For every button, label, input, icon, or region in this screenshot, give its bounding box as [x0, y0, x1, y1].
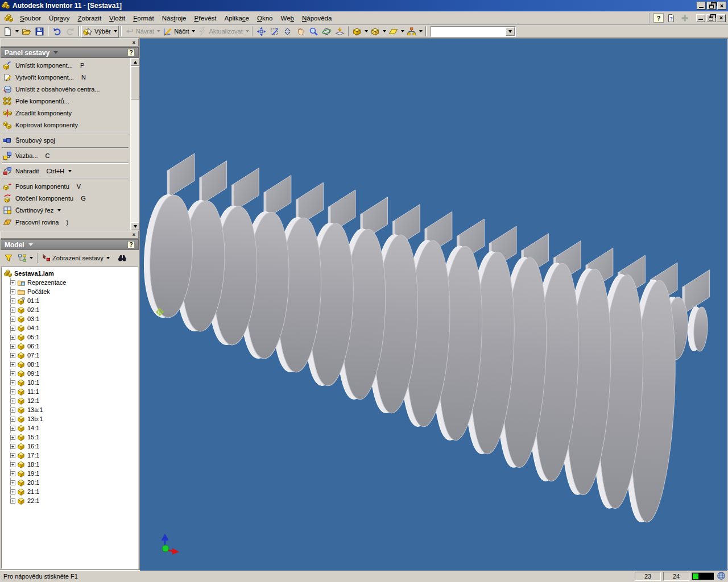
pan-button[interactable] [294, 26, 307, 38]
tree-item-121[interactable]: 12:1 [4, 396, 138, 405]
panel-command-work-plane[interactable]: Pracovní rovina) [1, 216, 130, 228]
new-document-button[interactable] [2, 26, 20, 38]
tree-item-061[interactable]: 06:1 [4, 342, 138, 351]
model-panel-close-icon[interactable]: × [131, 232, 137, 238]
model-panel-grab-bar[interactable]: × [1, 231, 139, 239]
open-folder-button[interactable] [20, 26, 33, 38]
tree-item-031[interactable]: 03:1 [4, 314, 138, 323]
expand-icon[interactable] [10, 462, 15, 467]
toolbar-combobox[interactable] [431, 26, 516, 37]
tree-item-211[interactable]: 21:1 [4, 487, 138, 496]
child-restore-button[interactable] [706, 14, 715, 22]
panel-command-mirror-components[interactable]: Zrcadlit komponenty [1, 107, 130, 119]
scroll-up-icon[interactable] [131, 58, 139, 66]
expand-icon[interactable] [10, 307, 15, 313]
panel-command-component-pattern[interactable]: Pole komponentů... [1, 95, 130, 107]
camera-view-button[interactable] [387, 26, 406, 38]
panel-command-rotate-component[interactable]: Otočení komponentuG [1, 192, 130, 204]
chevron-down-icon[interactable] [365, 30, 368, 32]
panel-command-content-center[interactable]: Umístit z obsahového centra... [1, 83, 130, 95]
tree-item-Potek[interactable]: Počátek [4, 287, 138, 296]
tree-item-051[interactable]: 05:1 [4, 332, 138, 342]
menu-item-prevest[interactable]: Převést [191, 13, 221, 23]
combobox-field[interactable] [431, 27, 505, 36]
tree-item-Reprezentace[interactable]: Reprezentace [4, 278, 138, 287]
graphics-viewport[interactable] [140, 38, 728, 570]
browser-mode-button[interactable] [16, 252, 34, 264]
expand-icon[interactable] [10, 362, 15, 367]
expand-icon[interactable] [10, 435, 15, 440]
scene-canvas[interactable] [140, 39, 727, 571]
zoom-all-button[interactable] [255, 26, 268, 38]
menu-item-aplikace[interactable]: Aplikace [221, 13, 253, 23]
menu-item-okno[interactable]: Okno [253, 13, 277, 23]
assembly-view-button[interactable]: Zobrazení sestavy [41, 252, 111, 264]
zoom-button[interactable] [281, 26, 294, 38]
expand-icon[interactable] [10, 380, 15, 385]
menu-item-zobrazit[interactable]: Zobrazit [74, 13, 106, 23]
expand-icon[interactable] [10, 289, 15, 294]
chevron-down-icon[interactable] [419, 30, 423, 32]
tree-item-13b1[interactable]: 13b:1 [4, 414, 138, 423]
tree-item-101[interactable]: 10:1 [4, 378, 138, 387]
expand-icon[interactable] [10, 489, 15, 494]
expand-icon[interactable] [10, 335, 15, 340]
menu-item-soubor[interactable]: Soubor [16, 13, 45, 23]
minimize-button[interactable] [697, 2, 706, 10]
zoom-window-button[interactable] [268, 26, 281, 38]
expand-icon[interactable] [10, 426, 15, 431]
panel-scrollbar[interactable] [130, 58, 139, 230]
undo-button[interactable] [51, 26, 64, 38]
restore-button[interactable] [707, 2, 716, 10]
panel-command-quarter-section[interactable]: Čtvrtinový řez [1, 204, 130, 216]
tree-item-011[interactable]: 01:1 [4, 296, 138, 305]
model-panel-help-button[interactable]: ? [127, 241, 135, 248]
chevron-down-icon[interactable] [401, 30, 404, 32]
tree-item-141[interactable]: 14:1 [4, 423, 138, 433]
tree-root[interactable]: Sestava1.iam [4, 269, 138, 278]
chevron-down-icon[interactable] [68, 170, 72, 172]
chevron-down-icon[interactable] [114, 30, 117, 32]
tree-item-13a1[interactable]: 13a:1 [4, 405, 138, 414]
hidden-edge-display-button[interactable] [369, 26, 387, 38]
sketch-button[interactable]: Náčrt [162, 26, 196, 38]
chevron-down-icon[interactable] [157, 30, 160, 32]
find-button[interactable] [117, 252, 129, 264]
menu-item-web[interactable]: Web [276, 13, 297, 23]
expand-icon[interactable] [10, 471, 15, 476]
tree-item-191[interactable]: 19:1 [4, 469, 138, 478]
expand-icon[interactable] [10, 480, 15, 485]
tree-item-091[interactable]: 09:1 [4, 369, 138, 378]
tree-item-071[interactable]: 07:1 [4, 351, 138, 360]
panel-command-replace[interactable]: NahraditCtrl+H [1, 165, 130, 177]
menu-item-vlozit[interactable]: Vložit [105, 13, 129, 23]
expand-icon[interactable] [10, 408, 15, 413]
assembly-panel-help-button[interactable]: ? [127, 49, 135, 56]
plus-icon[interactable] [679, 13, 691, 24]
redo-button[interactable] [64, 26, 77, 38]
menu-item-format[interactable]: Formát [129, 13, 158, 23]
panel-command-constraint[interactable]: Vazba...C [1, 149, 130, 161]
chevron-down-icon[interactable] [192, 30, 195, 32]
tree-item-021[interactable]: 02:1 [4, 305, 138, 314]
assembly-panel-close-icon[interactable]: × [131, 40, 137, 46]
close-button[interactable]: × [717, 2, 726, 10]
panel-command-move-component[interactable]: Posun komponentuV [1, 180, 130, 192]
orbit-button[interactable] [320, 26, 333, 38]
expand-icon[interactable] [10, 417, 15, 422]
expand-icon[interactable] [10, 353, 15, 358]
chevron-down-icon[interactable] [15, 30, 19, 32]
expand-icon[interactable] [10, 371, 15, 376]
expand-icon[interactable] [10, 398, 15, 404]
save-button[interactable] [33, 26, 46, 38]
panel-command-create-component[interactable]: Vytvořit komponent...N [1, 71, 130, 83]
combobox-dropdown-button[interactable] [506, 27, 515, 36]
tree-item-171[interactable]: 17:1 [4, 451, 138, 460]
return-button[interactable]: Návrat [123, 26, 162, 38]
scrollbar-thumb[interactable] [131, 66, 139, 99]
whats-this-icon[interactable]: ? [665, 13, 677, 24]
expand-icon[interactable] [10, 344, 15, 349]
zoom-selected-button[interactable] [307, 26, 320, 38]
scroll-down-icon[interactable] [131, 222, 139, 230]
tree-item-181[interactable]: 18:1 [4, 460, 138, 469]
